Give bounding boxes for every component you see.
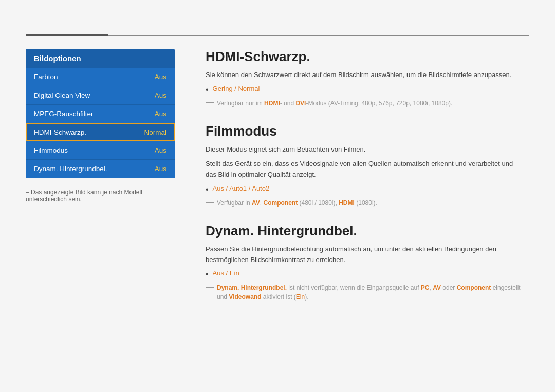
sidebar-item-label: Filmmodus — [34, 146, 68, 154]
note-filmmodus: Verfügbar in AV, Component (480i / 1080i… — [206, 198, 524, 208]
sidebar-item-value: Normal — [144, 128, 166, 136]
bullet-text-filmmodus: Aus / Auto1 / Auto2 — [213, 184, 270, 192]
sidebar-item-label: Dynam. Hintergrundbel. — [34, 165, 107, 173]
sidebar-item-label: HDMI-Schwarzp. — [34, 128, 86, 136]
bullet-dot-dynam: • — [206, 269, 209, 280]
sidebar-item-label: Digital Clean View — [34, 91, 90, 99]
section-title-filmmodus: Filmmodus — [206, 123, 524, 139]
top-divider-accent — [26, 34, 108, 36]
note-dynam: Dynam. Hintergrundbel. ist nicht verfügb… — [206, 283, 524, 302]
sidebar-item-label: Farbton — [34, 73, 58, 81]
note-divider — [206, 102, 214, 103]
note-divider-filmmodus — [206, 202, 214, 203]
sidebar-item-value: Aus — [155, 110, 166, 118]
sidebar-title: Bildoptionen — [26, 49, 175, 68]
bullet-text-hdmi: Gering / Normal — [213, 85, 260, 92]
sidebar-item-value: Aus — [155, 73, 166, 81]
bullet-dot-hdmi: • — [206, 85, 209, 96]
section-body2-filmmodus: Stellt das Gerät so ein, dass es Videosi… — [206, 159, 524, 180]
note-hdmi: Verfügbar nur im HDMI- und DVI-Modus (AV… — [206, 99, 524, 108]
bullet-text-dynam: Aus / Ein — [213, 269, 239, 277]
section-body-hdmi: Sie können den Schwarzwert direkt auf de… — [206, 70, 524, 81]
sidebar-item-value: Aus — [155, 146, 166, 154]
sidebar-item-dynam-hintergrundbel[interactable]: Dynam. Hintergrundbel. Aus — [26, 160, 175, 178]
top-divider — [26, 35, 529, 36]
section-title-dynam: Dynam. Hintergrundbel. — [206, 223, 524, 239]
section-title-hdmi: HDMI-Schwarzp. — [206, 49, 524, 65]
sidebar-item-value: Aus — [155, 165, 166, 173]
note-text-hdmi: Verfügbar nur im HDMI- und DVI-Modus (AV… — [217, 99, 452, 108]
sidebar-item-value: Aus — [155, 91, 166, 99]
section-body-dynam: Passen Sie die Hintergrundbeleuchtung au… — [206, 244, 524, 266]
note-divider-dynam — [206, 287, 214, 288]
sidebar-note: – Das angezeigte Bild kann je nach Model… — [26, 189, 175, 203]
note-text-dynam: Dynam. Hintergrundbel. ist nicht verfügb… — [217, 283, 524, 302]
section-dynam: Dynam. Hintergrundbel. Passen Sie die Hi… — [206, 223, 524, 302]
section-body1-filmmodus: Dieser Modus eignet sich zum Betrachten … — [206, 144, 524, 155]
sidebar-item-label: MPEG-Rauschfilter — [34, 110, 94, 118]
sidebar: Bildoptionen Farbton Aus Digital Clean V… — [26, 49, 175, 366]
content-area: HDMI-Schwarzp. Sie können den Schwarzwer… — [175, 49, 529, 366]
section-filmmodus: Filmmodus Dieser Modus eignet sich zum B… — [206, 123, 524, 208]
bullet-hdmi: • Gering / Normal — [206, 85, 524, 96]
sidebar-item-farbton[interactable]: Farbton Aus — [26, 68, 175, 86]
sidebar-item-digital-clean-view[interactable]: Digital Clean View Aus — [26, 86, 175, 105]
main-layout: Bildoptionen Farbton Aus Digital Clean V… — [26, 49, 529, 366]
note-text-filmmodus: Verfügbar in AV, Component (480i / 1080i… — [217, 198, 377, 208]
sidebar-item-hdmi-schwarzp[interactable]: HDMI-Schwarzp. Normal — [26, 123, 175, 141]
bullet-dynam: • Aus / Ein — [206, 269, 524, 280]
sidebar-item-filmmodus[interactable]: Filmmodus Aus — [26, 141, 175, 160]
bullet-dot-filmmodus: • — [206, 184, 209, 195]
bullet-filmmodus: • Aus / Auto1 / Auto2 — [206, 184, 524, 195]
sidebar-item-mpeg-rauschfilter[interactable]: MPEG-Rauschfilter Aus — [26, 105, 175, 123]
section-hdmi-schwarzp: HDMI-Schwarzp. Sie können den Schwarzwer… — [206, 49, 524, 108]
